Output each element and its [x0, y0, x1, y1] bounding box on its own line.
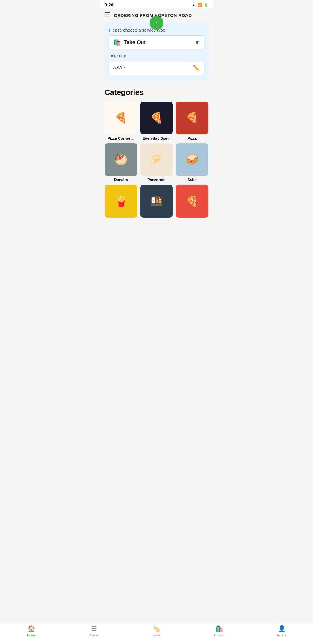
battery-icon: 🔋 [204, 3, 208, 7]
category-image-2: 🍕 [176, 102, 208, 134]
service-panel: Please choose a service type 🛍️ Take Out… [104, 22, 209, 81]
status-bar: 3:20 ▲ 📶 🔋 [100, 0, 213, 8]
category-name-3: Donairs [114, 178, 128, 182]
wifi-icon: ▲ [192, 3, 196, 7]
bag-icon: 🛍️ [113, 39, 121, 46]
category-name-5: Subs [188, 178, 197, 182]
category-image-1: 🍕 [140, 102, 173, 134]
edit-icon[interactable]: ✏️ [193, 64, 200, 71]
service-type-dropdown[interactable]: 🛍️ Take Out ▼ [109, 35, 204, 49]
category-image-7: 🍱 [140, 185, 173, 218]
service-type-value: Take Out [124, 39, 146, 46]
asap-value: ASAP [113, 65, 125, 70]
category-name-4: Panzerotti [148, 178, 166, 182]
category-name-0: Pizza Corner ... [108, 136, 134, 140]
category-name-1: Everyday Spe... [143, 136, 170, 140]
category-image-3: 🥙 [105, 143, 137, 176]
category-image-8: 🍕 [176, 185, 208, 218]
collapse-button[interactable] [150, 16, 163, 30]
categories-section: Categories 🍕Pizza Corner ...🍕Everyday Sp… [100, 86, 213, 243]
category-image-6: 🍟 [105, 185, 137, 218]
category-card-7[interactable]: 🍱 [140, 185, 173, 219]
category-image-4: 🥟 [140, 143, 173, 176]
category-image-0: 🍕 [105, 102, 137, 134]
status-icons: ▲ 📶 🔋 [192, 3, 208, 7]
category-name-2: Pizza [187, 136, 197, 140]
categories-title: Categories [105, 88, 208, 97]
category-image-5: 🥪 [176, 143, 208, 176]
signal-icon: 📶 [197, 3, 202, 7]
category-card-Donairs[interactable]: 🥙Donairs [105, 143, 137, 182]
hamburger-icon[interactable]: ☰ [105, 11, 110, 19]
categories-grid: 🍕Pizza Corner ...🍕Everyday Spe...🍕Pizza🥙… [105, 102, 208, 219]
category-card-Pizza[interactable]: 🍕Pizza [176, 102, 208, 140]
category-card-8[interactable]: 🍕 [176, 185, 208, 219]
category-card-Everyday Spe...[interactable]: 🍕Everyday Spe... [140, 102, 173, 140]
category-card-Panzerotti[interactable]: 🥟Panzerotti [140, 143, 173, 182]
category-card-Pizza Corner ...[interactable]: 🍕Pizza Corner ... [105, 102, 137, 140]
pickup-label: Take Out [109, 53, 204, 58]
chevron-down-icon: ▼ [194, 39, 200, 46]
status-time: 3:20 [105, 2, 113, 7]
category-card-Subs[interactable]: 🥪Subs [176, 143, 208, 182]
category-card-6[interactable]: 🍟 [105, 185, 137, 219]
asap-row: ASAP ✏️ [109, 61, 204, 75]
